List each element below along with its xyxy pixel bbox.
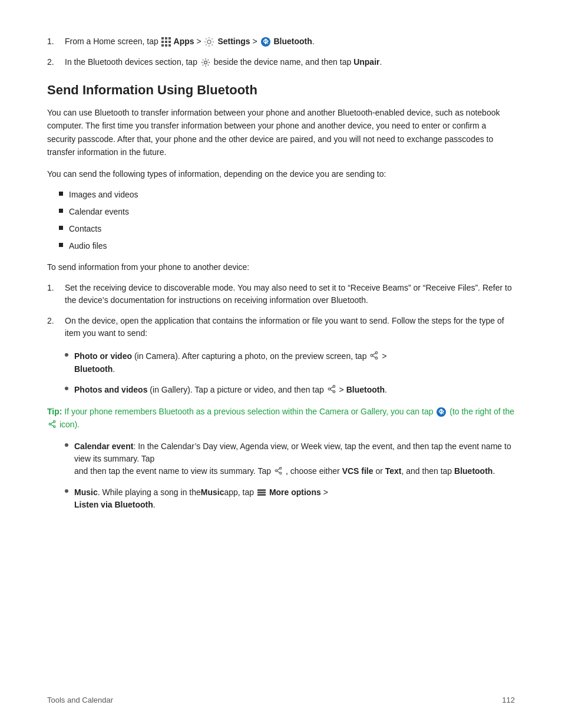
calendar-event-text2b: , choose either	[286, 466, 342, 476]
bullet-icon	[59, 209, 63, 213]
tip-body: If your phone remembers Bluetooth as a p…	[62, 407, 433, 416]
svg-line-23	[277, 471, 279, 473]
bullet-icon	[59, 226, 63, 230]
svg-point-0	[207, 40, 211, 44]
calendar-bluetooth-label: Bluetooth	[454, 466, 492, 476]
svg-point-3	[376, 352, 378, 354]
svg-point-5	[371, 354, 373, 357]
svg-point-10	[328, 388, 330, 390]
tip-text2: (to the right of the	[449, 407, 514, 416]
svg-point-9	[333, 391, 335, 393]
calendar-text3: , and then tap	[402, 466, 455, 476]
step-2: 2. In the Bluetooth devices section, tap…	[47, 56, 515, 68]
step-1: 1. From a Home screen, tap Apps > Settin…	[47, 35, 515, 48]
bullet-icon	[59, 192, 63, 196]
tip-share-icon	[48, 419, 56, 431]
unpair-label: Unpair	[353, 57, 379, 67]
footer: Tools and Calendar 112	[47, 696, 515, 704]
svg-line-22	[277, 469, 279, 470]
section-heading: Send Information Using Bluetooth	[47, 83, 515, 98]
photo-after-icon: >	[382, 351, 386, 361]
settings-icon	[204, 37, 214, 47]
step-2-num: 2.	[47, 56, 65, 68]
photos-after-icon: >	[339, 385, 346, 394]
more-options-icon	[257, 489, 266, 496]
send-steps: 1. Set the receiving device to discovera…	[47, 282, 515, 340]
sub-step-photo: Photo or video (in Camera). After captur…	[65, 350, 515, 375]
list-item-calendar-text: Calendar events	[69, 206, 129, 218]
step-1-content: From a Home screen, tap Apps > Settings …	[65, 35, 515, 48]
share-icon-1	[370, 351, 378, 363]
music-label: Music	[74, 487, 98, 497]
bullet-circle-icon	[65, 353, 68, 357]
svg-point-15	[54, 426, 55, 427]
share-icon-2	[328, 384, 336, 397]
svg-point-14	[54, 421, 55, 423]
send-types-intro: You can send the following types of info…	[47, 167, 515, 180]
bluetooth-label-2: Bluetooth	[346, 385, 385, 394]
tip-text: Tip: If your phone remembers Bluetooth a…	[47, 405, 515, 432]
gt1: >	[196, 37, 203, 46]
bullet-circle-icon-4	[65, 489, 68, 493]
list-item-audio: Audio files	[59, 240, 515, 252]
step-1-num: 1.	[47, 35, 65, 48]
svg-line-12	[330, 390, 333, 391]
svg-point-19	[280, 467, 282, 469]
svg-point-2	[204, 61, 207, 64]
svg-line-6	[373, 354, 376, 355]
calendar-event-label: Calendar event	[74, 442, 133, 451]
tip-label: Tip:	[47, 407, 62, 416]
sub-step-calendar-event: Calendar event: In the Calendar’s Day vi…	[65, 440, 515, 478]
send-step-2-text: On the device, open the application that…	[65, 315, 515, 340]
sub-step-photos-videos: Photos and videos (in Gallery). Tap a pi…	[65, 384, 515, 397]
calendar-event-text1: : In the Calendar’s Day view, Agenda vie…	[74, 442, 511, 463]
photos-videos-label: Photos and videos	[74, 385, 147, 394]
bluetooth-label: Bluetooth	[273, 37, 312, 46]
step-2-text-after: beside the device name, and then tap	[214, 57, 352, 67]
send-step-2: 2. On the device, open the application t…	[47, 315, 515, 340]
listen-via-bluetooth-label: Listen via Bluetooth	[74, 500, 153, 509]
list-item-contacts-text: Contacts	[69, 223, 101, 235]
step-1-text-before: From a Home screen, tap	[65, 37, 158, 46]
list-item-contacts: Contacts	[59, 223, 515, 235]
svg-line-18	[51, 425, 53, 427]
more-options-label: More options	[269, 487, 321, 497]
calendar-or: or	[373, 466, 385, 476]
music-gt: >	[321, 487, 328, 497]
sub-steps-list-2: Calendar event: In the Calendar’s Day vi…	[65, 440, 515, 511]
svg-point-21	[275, 469, 277, 471]
gt2: >	[253, 37, 260, 46]
apps-icon	[161, 37, 171, 47]
sub-steps-list: Photo or video (in Camera). After captur…	[65, 350, 515, 397]
bullet-circle-icon-3	[65, 443, 68, 447]
photo-end: Bluetooth.	[74, 364, 115, 374]
tip-text3: icon).	[59, 420, 80, 429]
music-text1: . While playing a song in the	[98, 487, 201, 497]
list-item-images: Images and videos	[59, 189, 515, 201]
footer-left: Tools and Calendar	[47, 696, 113, 704]
sub-step-music-content: Music. While playing a song in theMusica…	[74, 486, 328, 511]
calendar-event-text2-wrap: and then tap the event name to view its …	[74, 466, 495, 476]
vcs-label: VCS file	[342, 466, 373, 476]
step-2-content: In the Bluetooth devices section, tap be…	[65, 56, 515, 68]
sub-step-photos-content: Photos and videos (in Gallery). Tap a pi…	[74, 384, 387, 397]
photo-video-label: Photo or video	[74, 351, 132, 361]
apps-label: Apps	[174, 37, 194, 46]
svg-line-11	[330, 387, 333, 388]
tip-bluetooth-icon	[436, 407, 447, 417]
send-steps-intro: To send information from your phone to a…	[47, 261, 515, 274]
send-step-1-text: Set the receiving device to discoverable…	[65, 282, 515, 307]
send-step-2-num: 2.	[47, 315, 65, 327]
footer-right: 112	[502, 696, 515, 704]
text-label: Text	[385, 466, 402, 476]
gear-icon	[201, 58, 210, 67]
send-types-list: Images and videos Calendar events Contac…	[59, 189, 515, 252]
bullet-icon	[59, 243, 63, 247]
share-icon-calendar	[275, 466, 282, 478]
bluetooth-icon	[260, 37, 271, 47]
svg-point-16	[49, 423, 51, 425]
send-step-1: 1. Set the receiving device to discovera…	[47, 282, 515, 307]
list-item-audio-text: Audio files	[69, 240, 107, 252]
music-period: .	[153, 500, 156, 509]
calendar-period: .	[492, 466, 495, 476]
